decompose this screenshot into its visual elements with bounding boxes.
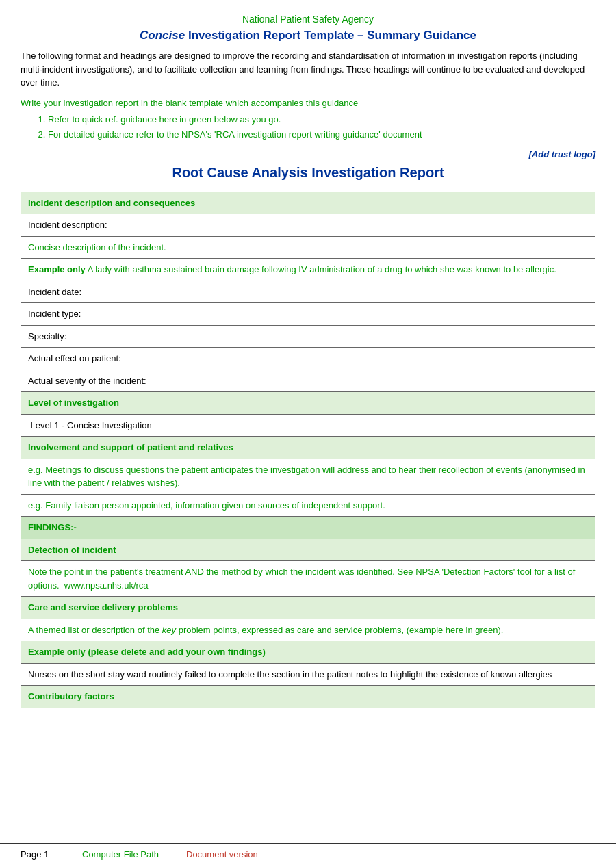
table-row: Example only A lady with asthma sustaine… <box>21 259 595 281</box>
incident-description-label: Incident description: <box>21 214 595 237</box>
section-header-contributory: Contributory factors <box>21 686 595 708</box>
table-row: Level 1 - Concise Investigation <box>21 414 595 437</box>
table-row: Nurses on the short stay ward routinely … <box>21 663 595 686</box>
example-only-header: Example only (please delete and add your… <box>21 641 595 664</box>
agency-name: National Patient Safety Agency <box>21 14 595 25</box>
section-header-care: Care and service delivery problems <box>21 597 595 619</box>
table-row: Level of investigation <box>21 392 595 415</box>
involvement-eg1: e.g. Meetings to discuss questions the p… <box>21 459 595 494</box>
intro-paragraph: The following format and headings are de… <box>21 49 595 90</box>
footer-docversion: Document version <box>186 849 258 860</box>
footer-filepath: Computer File Path <box>82 849 159 860</box>
actual-effect-label: Actual effect on patient: <box>21 348 595 370</box>
section-header-level: Level of investigation <box>21 392 595 415</box>
section-header-detection: Detection of incident <box>21 539 595 561</box>
table-row: e.g. Meetings to discuss questions the p… <box>21 459 595 494</box>
level-value: Level 1 - Concise Investigation <box>21 414 595 437</box>
table-row: Specialty: <box>21 325 595 348</box>
page: National Patient Safety Agency Concise I… <box>0 0 616 865</box>
table-row: A themed list or description of the key … <box>21 619 595 641</box>
main-content-table: Incident description and consequences In… <box>21 192 595 708</box>
table-row: Detection of incident <box>21 539 595 561</box>
table-row: Actual severity of the incident: <box>21 370 595 392</box>
detection-link: www.npsa.nhs.uk/rca <box>64 580 149 591</box>
table-row: Contributory factors <box>21 686 595 708</box>
table-row: Involvement and support of patient and r… <box>21 437 595 459</box>
title-concise: Concise <box>140 29 185 42</box>
actual-severity-label: Actual severity of the incident: <box>21 370 595 392</box>
report-template-title: Concise Investigation Report Template – … <box>21 29 595 42</box>
nurses-example: Nurses on the short stay ward routinely … <box>21 663 595 686</box>
write-instruction: Write your investigation report in the b… <box>21 98 595 108</box>
footer-page-number: Page 1 <box>21 849 55 860</box>
title-rest: Investigation Report Template – Summary … <box>185 29 476 42</box>
table-row: Incident description and consequences <box>21 192 595 214</box>
table-row: Note the point in the patient's treatmen… <box>21 561 595 597</box>
care-description: A themed list or description of the key … <box>21 619 595 641</box>
page-footer: Page 1 Computer File Path Document versi… <box>0 843 616 865</box>
section-header-findings: FINDINGS:- <box>21 517 595 539</box>
table-row: Incident description: <box>21 214 595 237</box>
incident-date-label: Incident date: <box>21 281 595 303</box>
instruction-item-1: Refer to quick ref. guidance here in gre… <box>48 112 595 127</box>
section-header-incident: Incident description and consequences <box>21 192 595 214</box>
report-main-title: Root Cause Analysis Investigation Report <box>21 165 595 181</box>
table-row: e.g. Family liaison person appointed, in… <box>21 494 595 517</box>
table-row: Care and service delivery problems <box>21 597 595 619</box>
instruction-item-2: For detailed guidance refer to the NPSA'… <box>48 127 595 142</box>
incident-type-label: Incident type: <box>21 303 595 326</box>
involvement-eg2: e.g. Family liaison person appointed, in… <box>21 494 595 517</box>
trust-logo-placeholder: [Add trust logo] <box>21 149 595 159</box>
specialty-label: Specialty: <box>21 325 595 348</box>
table-row: Actual effect on patient: <box>21 348 595 370</box>
table-row: Concise description of the incident. <box>21 236 595 259</box>
table-row: FINDINGS:- <box>21 517 595 539</box>
example-bold-label: Example only <box>28 264 86 274</box>
instructions-list: Refer to quick ref. guidance here in gre… <box>48 112 595 142</box>
incident-description-example: Example only A lady with asthma sustaine… <box>21 259 595 281</box>
table-row: Incident date: <box>21 281 595 303</box>
table-row: Example only (please delete and add your… <box>21 641 595 664</box>
section-header-involvement: Involvement and support of patient and r… <box>21 437 595 459</box>
detection-note: Note the point in the patient's treatmen… <box>21 561 595 597</box>
table-row: Incident type: <box>21 303 595 326</box>
incident-description-hint: Concise description of the incident. <box>21 236 595 259</box>
